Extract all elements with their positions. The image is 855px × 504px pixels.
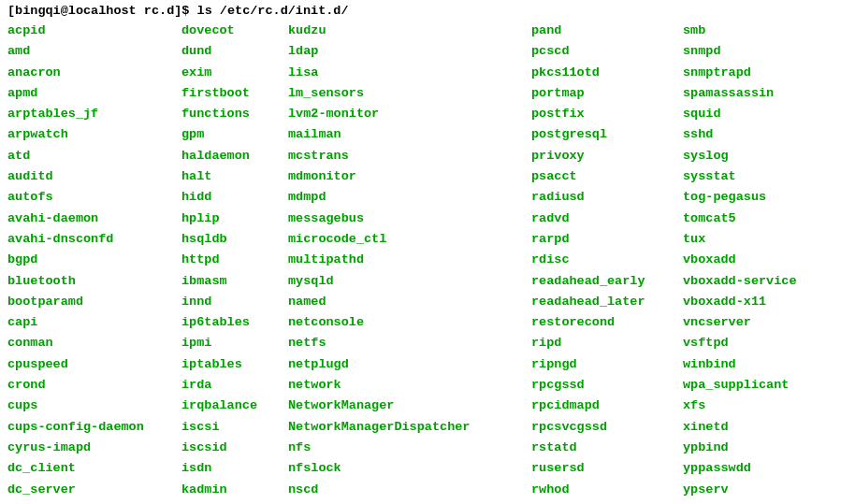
file-entry: vboxadd [683,250,797,270]
file-entry: privoxy [531,146,683,166]
file-entry: mdmonitor [288,166,531,187]
file-entry: gpm [181,124,288,145]
file-entry: kadmin [181,480,288,500]
file-entry: arpwatch [7,124,181,145]
file-entry: acpid [7,21,181,41]
file-entry: vncserver [683,312,797,333]
file-entry: ipmi [181,333,288,353]
file-entry: irqbalance [181,396,288,416]
file-entry: NetworkManager [288,396,531,416]
file-entry: isdn [181,458,288,479]
file-entry: exim [181,63,288,83]
file-entry: ibmasm [181,271,288,292]
file-entry: lisa [288,63,531,83]
file-entry: mysqld [288,271,531,292]
file-entry: ntpd [288,500,531,504]
file-entry: rpcgssd [531,375,683,396]
file-entry: cpuspeed [7,354,181,375]
file-entry: sysstat [683,166,797,187]
file-entry: rstatd [531,438,683,458]
file-entry: avahi-daemon [7,209,181,229]
file-entry: readahead_early [531,271,683,292]
directory-listing: acpidamdanacronapmdarptables_jfarpwatcha… [7,21,848,504]
file-entry: cups [7,396,181,416]
file-entry: microcode_ctl [288,229,531,250]
file-entry: ypserv [683,480,797,500]
file-entry: crond [7,375,181,396]
file-entry: rdisc [531,250,683,270]
file-entry: tux [683,229,797,250]
file-entry: wpa_supplicant [683,375,797,396]
file-entry: psacct [531,166,683,187]
file-entry: anacron [7,63,181,83]
file-entry: autofs [7,187,181,208]
file-entry: httpd [181,250,288,270]
file-entry: named [288,292,531,312]
file-entry: netfs [288,333,531,353]
file-entry: iptables [181,354,288,375]
file-entry: capi [7,312,181,333]
file-entry: netplugd [288,354,531,375]
file-entry: postgresql [531,124,683,145]
file-entry: dc_server [7,480,181,500]
file-entry: rusersd [531,458,683,479]
file-entry: winbind [683,354,797,375]
file-entry: halt [181,166,288,187]
file-entry: rarpd [531,229,683,250]
file-entry: bluetooth [7,271,181,292]
file-entry: vsftpd [683,333,797,353]
file-entry: arptables_jf [7,104,181,124]
file-entry: snmptrapd [683,63,797,83]
file-entry: nfs [288,438,531,458]
file-entry: ip6tables [181,312,288,333]
file-entry: restorecond [531,312,683,333]
file-entry: pcscd [531,41,683,62]
listing-column-5: smbsnmpdsnmptrapdspamassassinsquidsshdsy… [683,21,797,504]
file-entry: saslauthd [531,500,683,504]
file-entry: innd [181,292,288,312]
file-entry: bgpd [7,250,181,270]
file-entry: firstboot [181,83,288,104]
file-entry: bootparamd [7,292,181,312]
listing-column-4: pandpcscdpkcs11otdportmappostfixpostgres… [531,21,683,504]
file-entry: hplip [181,209,288,229]
file-entry: iscsi [181,417,288,438]
file-entry: ypbind [683,438,797,458]
file-entry: pand [531,21,683,41]
file-entry: postfix [531,104,683,124]
file-entry: portmap [531,83,683,104]
file-entry: avahi-dnsconfd [7,229,181,250]
file-entry: xinetd [683,417,797,438]
file-entry: tog-pegasus [683,187,797,208]
file-entry: atd [7,146,181,166]
file-entry: mcstrans [288,146,531,166]
file-entry: kudzu [288,21,531,41]
file-entry: amd [7,41,181,62]
file-entry: apmd [7,83,181,104]
shell-prompt: [bingqi@localhost rc.d]$ ls /etc/rc.d/in… [7,4,848,18]
file-entry: functions [181,104,288,124]
file-entry: tomcat5 [683,209,797,229]
file-entry: ldap [288,41,531,62]
file-entry: multipathd [288,250,531,270]
file-entry: auditd [7,166,181,187]
file-entry: radiusd [531,187,683,208]
file-entry: conman [7,333,181,353]
file-entry: hsqldb [181,229,288,250]
listing-column-1: acpidamdanacronapmdarptables_jfarpwatcha… [7,21,181,504]
file-entry: lm_sensors [288,83,531,104]
file-entry: xfs [683,396,797,416]
file-entry: dund [181,41,288,62]
file-entry: spamassassin [683,83,797,104]
file-entry: squid [683,104,797,124]
file-entry: vboxadd-service [683,271,797,292]
file-entry: NetworkManagerDispatcher [288,417,531,438]
file-entry: ypxfrd [683,500,797,504]
file-entry: snmpd [683,41,797,62]
file-entry: radvd [531,209,683,229]
file-entry: iscsid [181,438,288,458]
file-entry: smb [683,21,797,41]
file-entry: vboxadd-x11 [683,292,797,312]
file-entry: yppasswdd [683,458,797,479]
file-entry: haldaemon [181,146,288,166]
